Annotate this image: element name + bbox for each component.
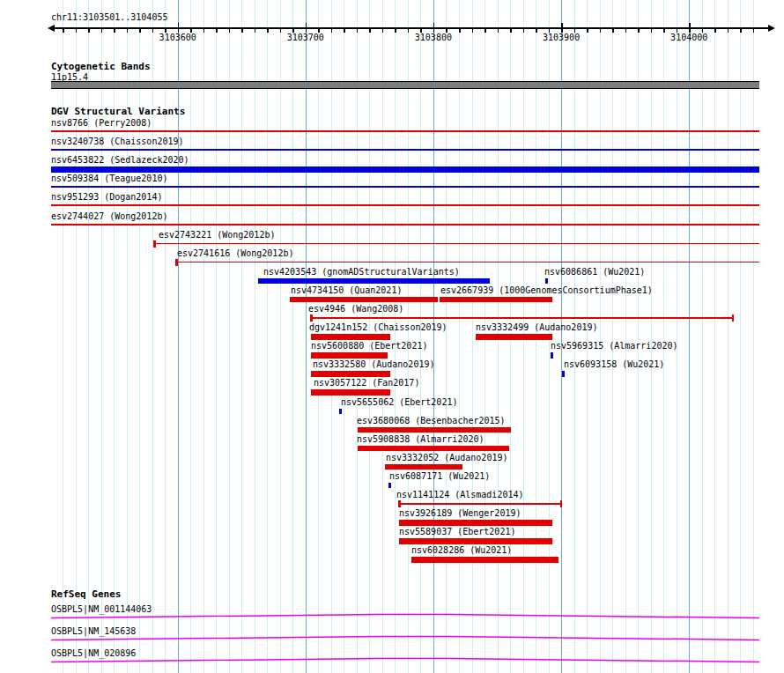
variant-range-line[interactable] <box>310 317 734 319</box>
variant-label: nsv5969315 (Almarri2020) <box>551 341 678 351</box>
grid-line-minor <box>446 0 447 673</box>
variant-bar[interactable] <box>51 130 759 132</box>
grid-line-minor <box>677 0 677 673</box>
ruler-minor-tick <box>728 27 729 33</box>
variant-bar[interactable] <box>51 204 759 206</box>
variant-bar[interactable] <box>51 186 759 188</box>
ruler-tick-label: 3103600 <box>159 33 196 42</box>
ruler-tick-label: 3103700 <box>287 33 324 42</box>
ruler-minor-tick <box>612 27 614 33</box>
gene-line[interactable] <box>51 635 759 642</box>
variant-point[interactable] <box>562 371 565 377</box>
variant-bar[interactable] <box>311 334 390 340</box>
variant-label: esv2743221 (Wong2012b) <box>159 230 275 240</box>
grid-line-minor <box>241 0 242 673</box>
variant-bar[interactable] <box>411 557 558 563</box>
ruler-minor-tick <box>510 27 512 33</box>
variant-range-line[interactable] <box>398 503 562 505</box>
variant-bar[interactable] <box>399 538 552 544</box>
ruler-minor-tick <box>472 27 474 33</box>
cytoband-bar <box>51 81 759 89</box>
ruler-minor-tick <box>139 27 141 33</box>
grid-line-minor <box>420 0 421 673</box>
grid-line-minor <box>292 0 293 673</box>
variant-bar[interactable] <box>311 371 390 377</box>
variant-bar[interactable] <box>311 389 390 396</box>
ruler-minor-tick <box>216 27 218 33</box>
variant-bar[interactable] <box>51 166 759 173</box>
grid-line-minor <box>203 0 204 673</box>
variant-bar[interactable] <box>358 446 509 452</box>
ruler-minor-tick <box>498 27 499 33</box>
variant-label: nsv6093158 (Wu2021) <box>564 359 664 369</box>
ruler-minor-tick <box>292 27 294 33</box>
variant-bar[interactable] <box>358 427 511 433</box>
grid-line-minor <box>625 0 626 673</box>
variant-bar[interactable] <box>290 297 438 303</box>
ruler-major-tick <box>689 23 691 33</box>
ruler-minor-tick <box>651 27 653 33</box>
ruler-minor-tick <box>740 27 742 33</box>
variant-point[interactable] <box>388 483 391 489</box>
variant-label: nsv3926189 (Wenger2019) <box>399 508 521 518</box>
ruler-minor-tick <box>241 27 243 33</box>
gene-line[interactable] <box>51 613 759 620</box>
variant-label: nsv6086861 (Wu2021) <box>544 267 645 277</box>
variant-bar[interactable] <box>311 352 388 359</box>
grid-line-minor <box>702 0 703 673</box>
variant-bar[interactable] <box>399 520 552 526</box>
ruler-minor-tick <box>459 27 461 33</box>
grid-line-minor <box>76 0 77 673</box>
ruler-minor-tick <box>165 27 166 33</box>
variant-bar[interactable] <box>258 278 490 285</box>
grid-line-minor <box>127 0 128 673</box>
variant-label: nsv5600880 (Ebert2021) <box>311 341 427 351</box>
ruler-minor-tick <box>382 27 384 33</box>
variant-point[interactable] <box>339 409 342 415</box>
grid-line-minor <box>229 0 230 673</box>
variant-label: esv3680068 (Besenbacher2015) <box>357 416 506 425</box>
variant-bar[interactable] <box>51 149 759 151</box>
dgv-track-title: DGV Structural Variants <box>51 107 185 117</box>
variant-bar[interactable] <box>51 224 759 226</box>
ruler-minor-tick <box>127 27 129 33</box>
variant-range-line[interactable] <box>175 262 759 263</box>
variant-bar[interactable] <box>385 464 462 470</box>
ruler-minor-tick <box>587 27 588 33</box>
variant-point[interactable] <box>545 278 548 285</box>
ruler-minor-tick <box>536 27 537 33</box>
variant-bar[interactable] <box>476 334 552 340</box>
variant-label: nsv509384 (Teague2010) <box>51 174 167 183</box>
grid-line-major <box>433 0 434 673</box>
grid-line-minor <box>728 0 729 673</box>
ruler-major-tick <box>178 23 180 33</box>
variant-label: nsv3332499 (Audano2019) <box>476 322 597 332</box>
grid-line-minor <box>651 0 652 673</box>
grid-line-minor <box>139 0 140 673</box>
variant-label: nsv8766 (Perry2008) <box>51 118 152 128</box>
grid-line-minor <box>408 0 409 673</box>
variant-range-endcap <box>175 259 178 266</box>
grid-line-major <box>178 0 179 673</box>
ruler-minor-tick <box>702 27 704 33</box>
ruler-major-tick <box>306 23 307 33</box>
cytogenetic-bands-title: Cytogenetic Bands <box>51 62 151 72</box>
ruler-minor-tick <box>446 27 447 33</box>
grid-line-minor <box>165 0 166 673</box>
ruler-major-tick <box>561 23 563 33</box>
variant-range-line[interactable] <box>153 243 759 245</box>
grid-line-minor <box>255 0 255 673</box>
ruler-minor-tick <box>677 27 678 33</box>
variant-label: nsv3057122 (Fan2017) <box>314 378 419 388</box>
variant-label: nsv4734150 (Quan2021) <box>291 285 402 295</box>
variant-bar[interactable] <box>440 297 552 303</box>
right-arrow-icon <box>768 25 775 32</box>
grid-line-minor <box>638 0 639 673</box>
variant-point[interactable] <box>551 352 553 359</box>
variant-label: nsv3240738 (Chaisson2019) <box>51 137 184 146</box>
variant-label: nsv5908838 (Almarri2020) <box>357 434 484 444</box>
gene-line[interactable] <box>51 657 759 664</box>
grid-line-minor <box>190 0 191 673</box>
variant-label: esv2667939 (1000GenomesConsortiumPhase1) <box>440 285 653 295</box>
genome-browser: chr11:3103501..3104055 31036003103700310… <box>0 0 784 673</box>
